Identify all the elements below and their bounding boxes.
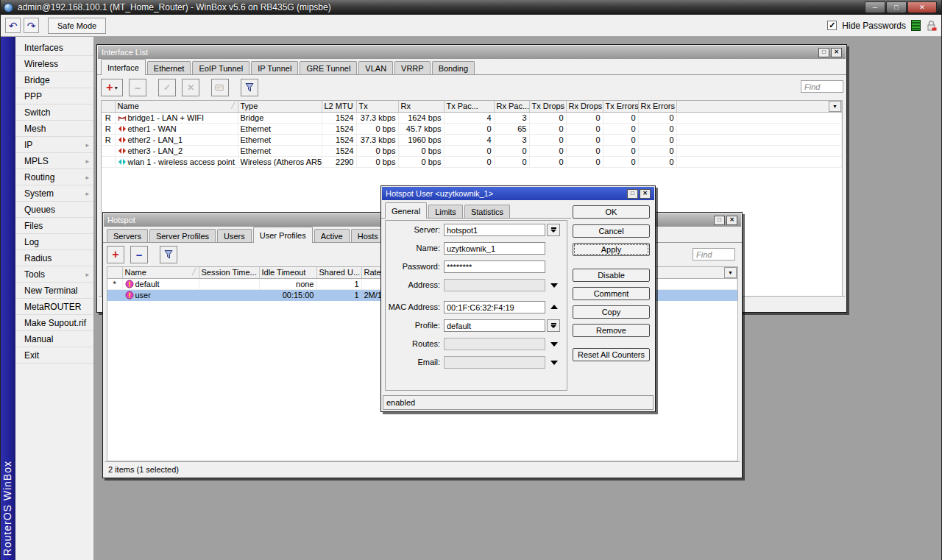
tab-hosts[interactable]: Hosts [351, 229, 385, 243]
interface-list-maximize-button[interactable]: □ [818, 48, 829, 57]
col-name[interactable]: Name╱ [122, 267, 199, 278]
table-row[interactable]: R bridge1 - LAN + WIFI Bridge 1524 37.3 … [102, 112, 842, 123]
tab-bonding[interactable]: Bonding [432, 61, 475, 75]
col-flag[interactable] [102, 101, 115, 112]
server-input[interactable] [444, 224, 545, 236]
col-name[interactable]: Name╱ [115, 101, 238, 112]
interface-find-input[interactable] [801, 80, 843, 93]
name-input[interactable] [444, 242, 545, 255]
col-rx[interactable]: Rx [398, 101, 444, 112]
sidebar-item-switch[interactable]: Switch [15, 104, 93, 121]
sidebar-item-mpls[interactable]: MPLS▸ [15, 153, 93, 169]
minimize-button[interactable]: ─ [865, 1, 885, 13]
tab-interface[interactable]: Interface [101, 59, 146, 75]
reset-all-counters-button[interactable]: Reset All Counters [573, 348, 650, 361]
routes-input[interactable] [444, 338, 545, 350]
profile-dropdown-button[interactable] [547, 319, 560, 332]
col-tx-errors[interactable]: Tx Errors [603, 101, 638, 112]
sidebar-item-mesh[interactable]: Mesh [15, 121, 93, 137]
sidebar-item-interfaces[interactable]: Interfaces [15, 40, 93, 56]
server-dropdown-button[interactable] [547, 224, 560, 236]
table-row[interactable]: R ether2 - LAN_1 Ethernet 1524 37.3 kbps… [102, 134, 842, 145]
sidebar-item-files[interactable]: Files [15, 218, 93, 234]
chevron-up-icon[interactable] [550, 305, 558, 309]
undo-button[interactable]: ↶ [5, 18, 21, 33]
sidebar-item-wireless[interactable]: Wireless [15, 56, 93, 72]
hotspot-column-dropdown-button[interactable]: ▼ [724, 267, 737, 278]
table-row[interactable]: R ether1 - WAN Ethernet 1524 0 bps 45.7 … [102, 123, 842, 134]
table-row[interactable]: wlan 1 - wireless access point Wireless … [102, 156, 842, 167]
chevron-down-icon[interactable] [550, 283, 558, 288]
tab-general[interactable]: General [385, 202, 427, 219]
apply-button[interactable]: Apply [573, 243, 650, 256]
col-shared-users[interactable]: Shared U... [316, 267, 361, 278]
ok-button[interactable]: OK [573, 205, 650, 219]
tab-statistics[interactable]: Statistics [464, 205, 510, 219]
disable-button[interactable]: Disable [573, 269, 650, 282]
remove-button[interactable]: Remove [573, 324, 650, 337]
interface-list-titlebar[interactable]: Interface List □ ✕ [98, 46, 846, 59]
tab-active[interactable]: Active [314, 229, 350, 243]
remove-interface-button[interactable]: − [129, 79, 146, 96]
sidebar-item-routing[interactable]: Routing▸ [15, 169, 93, 185]
col-flag[interactable] [107, 267, 122, 278]
sidebar-item-tools[interactable]: Tools▸ [15, 266, 93, 283]
filter-button[interactable] [241, 79, 258, 96]
email-field[interactable] [444, 356, 545, 369]
main-titlebar[interactable]: admin@192.168.100.1 (MT_Home_Router) - W… [1, 0, 941, 15]
hotspot-close-button[interactable]: ✕ [726, 216, 737, 225]
table-row[interactable]: ether3 - LAN_2 Ethernet 1524 0 bps 0 bps… [102, 145, 842, 156]
comment-button[interactable]: Comment [573, 287, 650, 300]
col-idle-timeout[interactable]: Idle Timeout [259, 267, 316, 278]
col-session-timeout[interactable]: Session Time... [199, 267, 259, 278]
tab-ip-tunnel[interactable]: IP Tunnel [251, 61, 298, 75]
comment-button[interactable] [211, 79, 229, 96]
password-input[interactable] [444, 260, 545, 273]
tab-user-profiles[interactable]: User Profiles [253, 227, 313, 243]
col-tx-drops[interactable]: Tx Drops [529, 101, 566, 112]
col-tx-pac[interactable]: Tx Pac... [444, 101, 494, 112]
col-rx-pac[interactable]: Rx Pac... [494, 101, 529, 112]
redo-button[interactable]: ↷ [24, 18, 39, 33]
close-button[interactable]: ✕ [907, 1, 937, 13]
cancel-button[interactable]: Cancel [573, 224, 650, 238]
maximize-button[interactable]: □ [886, 1, 907, 13]
dialog-maximize-button[interactable]: □ [627, 189, 638, 199]
dialog-close-button[interactable]: ✕ [640, 189, 651, 199]
sidebar-item-manual[interactable]: Manual [15, 331, 93, 347]
chevron-down-icon[interactable] [550, 342, 558, 347]
copy-button[interactable]: Copy [573, 305, 650, 319]
tab-vlan[interactable]: VLAN [358, 61, 393, 75]
sidebar-item-queues[interactable]: Queues [15, 202, 93, 218]
sidebar-item-log[interactable]: Log [15, 234, 93, 250]
filter-button[interactable] [160, 246, 177, 263]
interface-list-close-button[interactable]: ✕ [831, 48, 842, 57]
sidebar-item-metarouter[interactable]: MetaROUTER [15, 299, 93, 315]
sidebar-item-ip[interactable]: IP▸ [15, 137, 93, 153]
sidebar-item-system[interactable]: System▸ [15, 185, 93, 202]
col-type[interactable]: Type [238, 101, 322, 112]
disable-interface-button[interactable]: ✕ [182, 79, 199, 96]
tab-servers[interactable]: Servers [107, 229, 148, 243]
chevron-down-icon[interactable] [550, 361, 558, 365]
enable-interface-button[interactable]: ✓ [158, 79, 176, 96]
sidebar-item-make-supout[interactable]: Make Supout.rif [15, 315, 93, 331]
hotspot-find-input[interactable] [693, 248, 735, 260]
sidebar-item-new-terminal[interactable]: New Terminal [15, 283, 93, 299]
col-rx-errors[interactable]: Rx Errors [638, 101, 676, 112]
col-tx[interactable]: Tx [356, 101, 398, 112]
add-user-profile-button[interactable]: + [107, 246, 124, 263]
sidebar-item-bridge[interactable]: Bridge [15, 72, 93, 88]
sidebar-item-exit[interactable]: Exit [15, 347, 93, 364]
add-interface-button[interactable]: +▾ [101, 79, 123, 96]
tab-ethernet[interactable]: Ethernet [147, 61, 191, 75]
col-rx-drops[interactable]: Rx Drops [566, 101, 603, 112]
hide-passwords-checkbox[interactable]: ✓ [827, 21, 837, 30]
interface-column-dropdown-button[interactable]: ▼ [829, 101, 841, 112]
tab-limits[interactable]: Limits [428, 205, 463, 219]
tab-eoip-tunnel[interactable]: EoIP Tunnel [192, 61, 249, 75]
sidebar-item-radius[interactable]: Radius [15, 250, 93, 266]
tab-users[interactable]: Users [217, 229, 252, 243]
col-l2mtu[interactable]: L2 MTU [322, 101, 356, 112]
tab-gre-tunnel[interactable]: GRE Tunnel [300, 61, 357, 75]
